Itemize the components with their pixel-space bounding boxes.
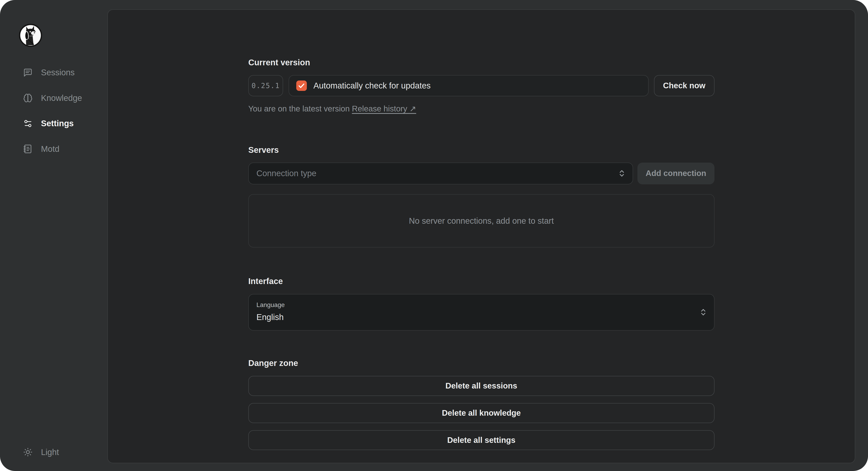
- release-history-link[interactable]: Release history ↗: [352, 104, 416, 113]
- sidebar-item-label: Settings: [41, 119, 74, 128]
- version-status-line: You are on the latest version Release hi…: [248, 104, 714, 114]
- app-window: Sessions Knowledge: [0, 0, 868, 471]
- section-danger-zone: Danger zone Delete all sessions Delete a…: [248, 358, 714, 450]
- sidebar-item-label: Sessions: [41, 68, 75, 77]
- check-icon: [298, 82, 305, 89]
- sidebar-item-label: Knowledge: [41, 93, 82, 103]
- settings-panel: Current version 0.25.1 Automatically che…: [107, 9, 855, 463]
- notebook-icon: [23, 144, 33, 154]
- theme-toggle-label: Light: [41, 447, 59, 457]
- hollama-window: Sessions Knowledge: [0, 0, 868, 471]
- sliders-icon: [23, 119, 33, 128]
- connection-type-placeholder: Connection type: [256, 169, 316, 178]
- servers-empty-text: No server connections, add one to start: [409, 216, 554, 226]
- auto-update-checkbox[interactable]: [296, 81, 307, 91]
- add-connection-button[interactable]: Add connection: [638, 163, 714, 184]
- version-row: 0.25.1 Automatically check for updates C…: [248, 75, 714, 96]
- theme-toggle-light[interactable]: Light: [0, 445, 107, 460]
- settings-content: Current version 0.25.1 Automatically che…: [248, 10, 714, 450]
- chevrons-up-down-icon: [699, 308, 708, 316]
- sidebar-item-motd[interactable]: Motd: [0, 136, 107, 162]
- section-servers: Servers Connection type Add connection: [248, 145, 714, 247]
- sidebar-item-label: Motd: [41, 144, 59, 154]
- sidebar: Sessions Knowledge: [0, 0, 107, 471]
- chat-bubble-icon: [23, 68, 33, 77]
- section-interface: Interface Language English: [248, 276, 714, 331]
- sun-icon: [23, 447, 33, 457]
- section-title-danger-zone: Danger zone: [248, 358, 714, 368]
- version-badge: 0.25.1: [248, 75, 283, 96]
- check-now-button[interactable]: Check now: [654, 75, 714, 96]
- brain-icon: [23, 93, 33, 103]
- auto-update-label: Automatically check for updates: [313, 81, 431, 90]
- language-label: Language: [256, 301, 706, 309]
- delete-all-sessions-button[interactable]: Delete all sessions: [248, 376, 714, 396]
- section-title-current-version: Current version: [248, 58, 714, 67]
- section-title-interface: Interface: [248, 276, 714, 286]
- sidebar-item-settings[interactable]: Settings: [0, 111, 107, 137]
- sidebar-item-knowledge[interactable]: Knowledge: [0, 85, 107, 111]
- sidebar-nav: Sessions Knowledge: [0, 60, 107, 161]
- servers-empty-state: No server connections, add one to start: [248, 194, 714, 247]
- sidebar-item-sessions[interactable]: Sessions: [0, 60, 107, 85]
- delete-all-settings-button[interactable]: Delete all settings: [248, 430, 714, 450]
- server-controls-row: Connection type Add connection: [248, 163, 714, 184]
- llama-phone-logo-icon: [19, 23, 43, 48]
- delete-all-knowledge-button[interactable]: Delete all knowledge: [248, 403, 714, 423]
- connection-type-select[interactable]: Connection type: [248, 163, 633, 184]
- chevrons-up-down-icon: [618, 169, 626, 178]
- version-status-text: You are on the latest version: [248, 104, 350, 113]
- language-select[interactable]: Language English: [248, 294, 714, 331]
- section-title-servers: Servers: [248, 145, 714, 155]
- llama-logo[interactable]: [19, 23, 43, 48]
- language-value: English: [256, 312, 706, 323]
- auto-update-field[interactable]: Automatically check for updates: [289, 75, 648, 96]
- section-current-version: Current version 0.25.1 Automatically che…: [248, 58, 714, 114]
